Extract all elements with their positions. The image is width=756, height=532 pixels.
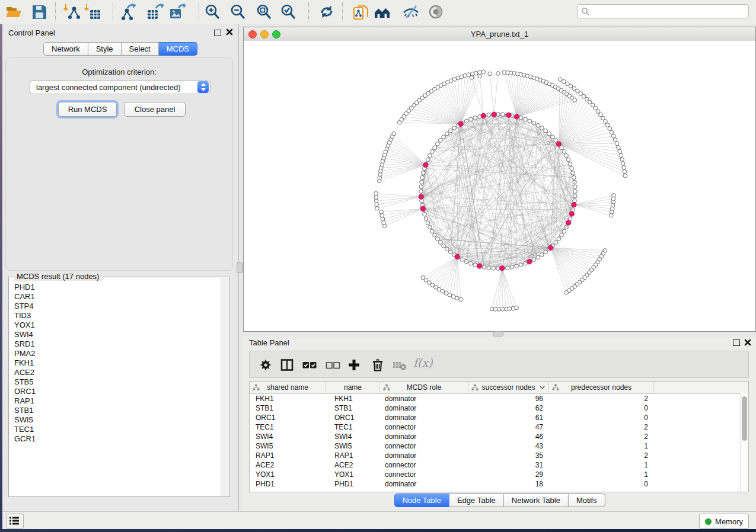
- network-node[interactable]: [605, 123, 610, 127]
- network-node[interactable]: [524, 117, 528, 121]
- zoom-fit-icon[interactable]: [255, 3, 273, 21]
- network-node[interactable]: [435, 142, 439, 146]
- network-node[interactable]: [501, 113, 505, 117]
- network-node[interactable]: [554, 241, 558, 245]
- network-node[interactable]: [487, 113, 491, 117]
- delete-column-trash-icon[interactable]: [370, 357, 385, 373]
- table-cell[interactable]: 2: [549, 422, 654, 432]
- network-node[interactable]: [445, 247, 449, 251]
- network-node[interactable]: [579, 92, 583, 96]
- network-hub-node[interactable]: [527, 259, 532, 264]
- table-cell[interactable]: 1: [549, 470, 654, 479]
- network-node[interactable]: [621, 162, 626, 166]
- table-row[interactable]: ORC1ORC1dominator610: [250, 413, 748, 422]
- table-cell[interactable]: 96: [468, 394, 549, 403]
- network-node[interactable]: [426, 221, 430, 225]
- memory-button[interactable]: Memory: [699, 514, 749, 529]
- network-node[interactable]: [618, 149, 622, 153]
- network-node[interactable]: [576, 89, 580, 93]
- network-node[interactable]: [623, 169, 627, 174]
- network-node[interactable]: [599, 113, 603, 117]
- network-node[interactable]: [519, 116, 523, 120]
- network-node[interactable]: [612, 134, 616, 138]
- network-node[interactable]: [536, 255, 540, 259]
- network-node[interactable]: [490, 307, 494, 311]
- export-image-icon[interactable]: [168, 3, 186, 21]
- network-node[interactable]: [573, 185, 578, 189]
- network-node[interactable]: [591, 103, 595, 107]
- export-table-icon[interactable]: [146, 3, 164, 21]
- mcds-result-item[interactable]: STB1: [14, 406, 221, 415]
- network-hub-node[interactable]: [423, 162, 428, 167]
- network-node[interactable]: [496, 72, 500, 76]
- show-all-homes-icon[interactable]: [374, 3, 391, 21]
- network-node[interactable]: [478, 74, 482, 78]
- table-cell[interactable]: 29: [468, 470, 549, 479]
- network-node[interactable]: [420, 180, 424, 184]
- network-hub-node[interactable]: [500, 266, 505, 271]
- network-node[interactable]: [455, 296, 460, 300]
- network-node[interactable]: [536, 123, 540, 127]
- network-hub-node[interactable]: [556, 142, 561, 146]
- network-node[interactable]: [482, 265, 486, 270]
- network-node[interactable]: [420, 175, 425, 180]
- table-cell[interactable]: connector: [380, 460, 468, 470]
- network-node[interactable]: [564, 225, 569, 229]
- table-cell[interactable]: FKH1: [326, 394, 380, 403]
- network-node[interactable]: [573, 194, 578, 198]
- mcds-result-item[interactable]: TEC1: [14, 425, 221, 434]
- network-node[interactable]: [573, 198, 577, 203]
- table-cell[interactable]: STB1: [250, 403, 326, 413]
- horizontal-splitter-handle[interactable]: [493, 331, 503, 336]
- hide-selected-eye-slash-icon[interactable]: [402, 3, 420, 21]
- network-node[interactable]: [572, 175, 576, 180]
- network-node[interactable]: [615, 142, 619, 146]
- network-node[interactable]: [488, 72, 492, 76]
- clone-network-icon[interactable]: [352, 3, 369, 21]
- network-node[interactable]: [467, 73, 471, 77]
- table-cell[interactable]: 2: [549, 432, 654, 441]
- network-node[interactable]: [505, 266, 509, 270]
- apply-layout-refresh-icon[interactable]: [318, 3, 336, 21]
- tab-edge-table[interactable]: Edge Table: [449, 493, 504, 507]
- network-node[interactable]: [470, 76, 474, 80]
- window-zoom-traffic-light[interactable]: [272, 30, 280, 39]
- column-header-predecessor-nodes[interactable]: predecessor nodes: [549, 382, 654, 393]
- zoom-out-icon[interactable]: [229, 3, 247, 21]
- network-node[interactable]: [515, 264, 519, 268]
- column-header-MCDS-role[interactable]: MCDS role: [380, 382, 468, 393]
- network-node[interactable]: [562, 149, 566, 153]
- network-node[interactable]: [452, 126, 457, 130]
- network-node[interactable]: [474, 71, 479, 75]
- network-node[interactable]: [424, 217, 428, 221]
- table-cell[interactable]: 0: [549, 403, 654, 413]
- network-node[interactable]: [562, 79, 566, 84]
- mcds-result-item[interactable]: YOX1: [14, 321, 221, 330]
- network-node[interactable]: [571, 208, 575, 212]
- table-cell[interactable]: 1: [549, 460, 654, 470]
- network-node[interactable]: [560, 233, 564, 238]
- table-cell[interactable]: dominator: [380, 403, 468, 413]
- network-node[interactable]: [568, 162, 572, 166]
- table-cell[interactable]: connector: [380, 441, 468, 451]
- network-node[interactable]: [435, 237, 439, 241]
- column-header-successor-nodes[interactable]: successor nodes: [468, 382, 549, 393]
- network-node[interactable]: [421, 275, 425, 280]
- close-panel-button[interactable]: Close panel: [124, 102, 186, 117]
- table-row[interactable]: ACE2ACE2connector311: [250, 460, 748, 470]
- table-cell[interactable]: dominator: [380, 451, 468, 460]
- network-node[interactable]: [438, 139, 442, 143]
- vertical-splitter-handle[interactable]: [237, 262, 243, 273]
- network-window-titlebar[interactable]: YPA_prune.txt_1: [244, 27, 755, 41]
- network-node[interactable]: [419, 190, 423, 194]
- network-node[interactable]: [459, 297, 463, 302]
- network-hub-node[interactable]: [420, 206, 425, 211]
- table-cell[interactable]: 61: [468, 413, 549, 422]
- network-canvas[interactable]: [244, 41, 755, 331]
- column-header-shared-name[interactable]: shared name: [250, 382, 326, 393]
- network-node[interactable]: [573, 190, 578, 194]
- table-row[interactable]: STB1STB1dominator620: [250, 403, 748, 413]
- network-node[interactable]: [519, 263, 523, 267]
- table-cell[interactable]: 0: [549, 413, 654, 422]
- window-minimize-traffic-light[interactable]: [260, 30, 269, 39]
